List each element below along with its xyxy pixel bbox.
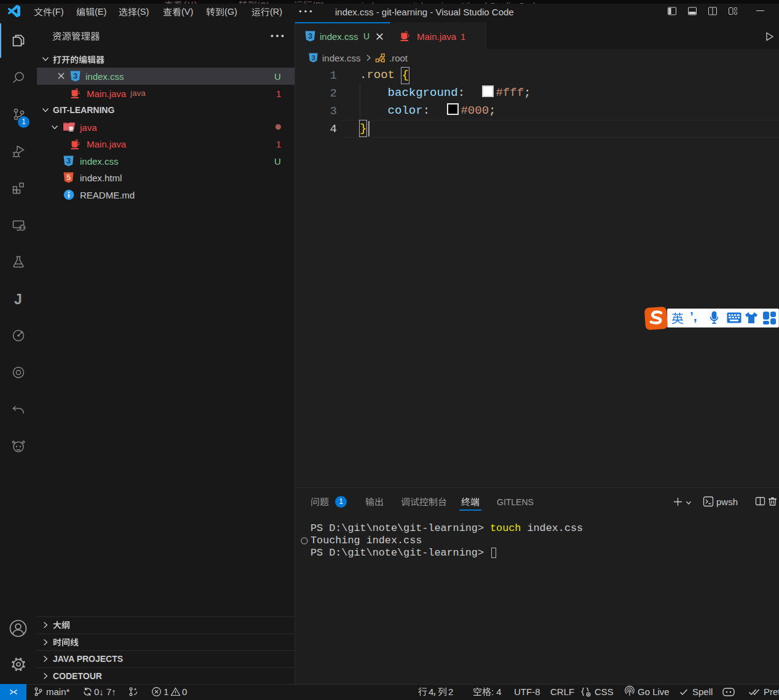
svg-text:5: 5 xyxy=(66,173,71,182)
svg-text:3: 3 xyxy=(66,156,71,165)
svg-text:3: 3 xyxy=(308,31,312,41)
svg-text:3: 3 xyxy=(311,54,315,61)
svg-text:3: 3 xyxy=(73,71,77,81)
